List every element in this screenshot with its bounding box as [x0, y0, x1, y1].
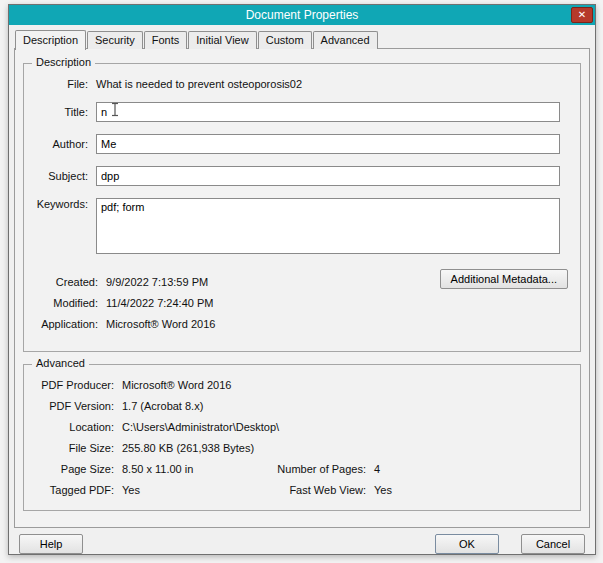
application-value: Microsoft® Word 2016: [106, 318, 570, 330]
tagged-pdf-label: Tagged PDF:: [30, 484, 114, 496]
tab-strip: Description Security Fonts Initial View …: [9, 25, 595, 49]
subject-row: Subject:: [30, 166, 570, 186]
application-label: Application:: [30, 318, 98, 330]
pdf-producer-value: Microsoft® Word 2016: [122, 379, 231, 391]
page-size-label: Page Size:: [30, 463, 114, 475]
tab-fonts[interactable]: Fonts: [144, 31, 188, 49]
subject-input[interactable]: [96, 166, 560, 186]
advanced-group-label: Advanced: [32, 357, 89, 369]
dialog-titlebar[interactable]: Document Properties ✕: [9, 5, 595, 25]
author-input[interactable]: [96, 134, 560, 154]
advanced-groupbox: Advanced PDF Producer: Microsoft® Word 2…: [23, 364, 581, 511]
file-label: File:: [30, 78, 88, 90]
modified-label: Modified:: [30, 297, 98, 309]
tab-description[interactable]: Description: [15, 30, 86, 50]
number-of-pages-label: Number of Pages:: [262, 463, 366, 475]
cancel-button[interactable]: Cancel: [521, 534, 585, 554]
title-input[interactable]: [96, 102, 560, 122]
pdf-version-value: 1.7 (Acrobat 8.x): [122, 400, 203, 412]
keywords-input[interactable]: pdf; form: [96, 198, 560, 254]
close-icon: ✕: [578, 9, 586, 20]
fast-web-view-value: Yes: [374, 484, 392, 496]
file-value: What is needed to prevent osteoporosis02: [96, 78, 570, 90]
dialog-title: Document Properties: [246, 8, 359, 22]
location-row: Location: C:\Users\Administrator\Desktop…: [30, 421, 570, 433]
close-button[interactable]: ✕: [571, 7, 593, 23]
page-size-value: 8.50 x 11.00 in: [122, 463, 262, 475]
page-size-row: Page Size: 8.50 x 11.00 in Number of Pag…: [30, 463, 570, 475]
description-tab-page: Description File: What is needed to prev…: [14, 48, 590, 528]
location-label: Location:: [30, 421, 114, 433]
title-label: Title:: [30, 106, 88, 118]
ok-button[interactable]: OK: [435, 534, 499, 554]
file-size-row: File Size: 255.80 KB (261,938 Bytes): [30, 442, 570, 454]
additional-metadata-button[interactable]: Additional Metadata...: [440, 269, 568, 289]
pdf-version-row: PDF Version: 1.7 (Acrobat 8.x): [30, 400, 570, 412]
pdf-version-label: PDF Version:: [30, 400, 114, 412]
file-size-label: File Size:: [30, 442, 114, 454]
pdf-producer-row: PDF Producer: Microsoft® Word 2016: [30, 379, 570, 391]
fast-web-view-label: Fast Web View:: [262, 484, 366, 496]
subject-label: Subject:: [30, 170, 88, 182]
description-groupbox: Description File: What is needed to prev…: [23, 63, 581, 352]
location-value: C:\Users\Administrator\Desktop\: [122, 421, 279, 433]
modified-value: 11/4/2022 7:24:40 PM: [106, 297, 570, 309]
help-button[interactable]: Help: [19, 534, 83, 554]
created-label: Created:: [30, 276, 98, 288]
modified-row: Modified: 11/4/2022 7:24:40 PM: [30, 297, 570, 309]
keywords-label: Keywords:: [30, 198, 88, 210]
pdf-producer-label: PDF Producer:: [30, 379, 114, 391]
dialog-footer: Help OK Cancel: [9, 528, 595, 563]
number-of-pages-value: 4: [374, 463, 380, 475]
description-group-label: Description: [32, 56, 95, 68]
document-properties-dialog: Document Properties ✕ Description Securi…: [8, 4, 596, 555]
author-row: Author:: [30, 134, 570, 154]
file-size-value: 255.80 KB (261,938 Bytes): [122, 442, 254, 454]
tab-initial-view[interactable]: Initial View: [188, 31, 256, 49]
keywords-row: Keywords: pdf; form: [30, 198, 570, 254]
file-row: File: What is needed to prevent osteopor…: [30, 78, 570, 90]
tagged-pdf-row: Tagged PDF: Yes Fast Web View: Yes: [30, 484, 570, 496]
tab-custom[interactable]: Custom: [258, 31, 312, 49]
tab-advanced[interactable]: Advanced: [313, 31, 378, 49]
tab-security[interactable]: Security: [87, 31, 143, 49]
tagged-pdf-value: Yes: [122, 484, 262, 496]
author-label: Author:: [30, 138, 88, 150]
title-row: Title:: [30, 102, 570, 122]
application-row: Application: Microsoft® Word 2016: [30, 318, 570, 330]
